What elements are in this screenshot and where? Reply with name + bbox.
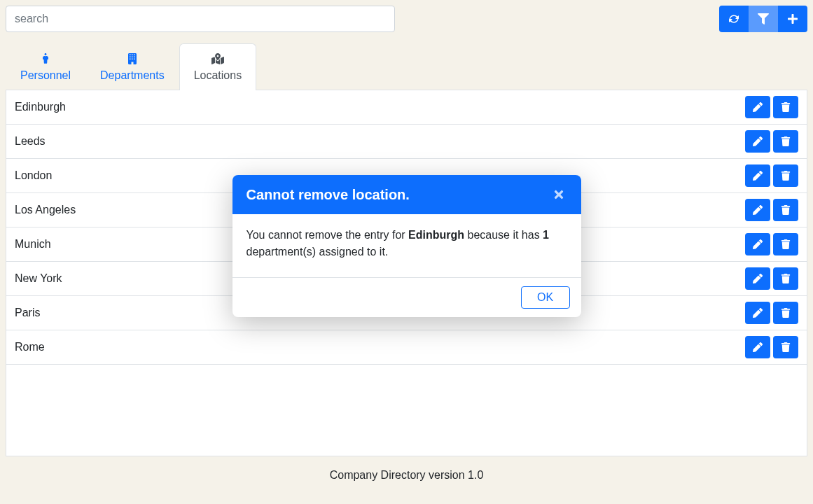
modal-body-text: You cannot remove the entry for (246, 229, 409, 241)
person-icon (41, 52, 50, 65)
edit-button[interactable] (745, 233, 770, 255)
pencil-icon (753, 342, 763, 352)
row-actions (745, 267, 798, 290)
trash-icon (781, 171, 791, 181)
location-name: London (15, 169, 52, 182)
delete-button[interactable] (773, 267, 798, 290)
footer-text: Company Directory version 1.0 (0, 456, 813, 489)
row-actions (745, 199, 798, 221)
modal-body: You cannot remove the entry for Edinburg… (232, 214, 581, 278)
pencil-icon (753, 274, 763, 284)
cannot-remove-modal: Cannot remove location. You cannot remov… (232, 175, 581, 317)
row-actions (745, 302, 798, 324)
building-icon (127, 52, 137, 65)
tab-personnel[interactable]: Personnel (6, 43, 85, 90)
delete-button[interactable] (773, 336, 798, 358)
map-icon (211, 52, 224, 65)
edit-button[interactable] (745, 302, 770, 324)
pencil-icon (753, 136, 763, 146)
filter-icon (758, 13, 769, 24)
location-name: New York (15, 272, 62, 285)
edit-button[interactable] (745, 336, 770, 358)
delete-button[interactable] (773, 96, 798, 118)
trash-icon (781, 239, 791, 249)
tab-label: Locations (194, 69, 242, 82)
plus-icon (787, 13, 798, 24)
edit-button[interactable] (745, 267, 770, 290)
modal-body-text: because it has (464, 229, 543, 241)
location-name: Paris (15, 307, 40, 319)
row-actions (745, 233, 798, 255)
delete-button[interactable] (773, 164, 798, 187)
location-row: Edinburgh (6, 90, 807, 125)
edit-button[interactable] (745, 164, 770, 187)
pencil-icon (753, 239, 763, 249)
location-name: Leeds (15, 135, 46, 148)
modal-body-count: 1 (543, 229, 549, 241)
pencil-icon (753, 171, 763, 181)
tabs: Personnel Departments Locations (0, 43, 813, 90)
modal-title: Cannot remove location. (246, 187, 410, 203)
location-name: Munich (15, 238, 51, 251)
modal-body-text: department(s) assigned to it. (246, 246, 389, 258)
delete-button[interactable] (773, 130, 798, 153)
modal-body-entity: Edinburgh (408, 229, 464, 241)
edit-button[interactable] (745, 130, 770, 153)
location-row: Rome (6, 330, 807, 365)
pencil-icon (753, 102, 763, 112)
row-actions (745, 336, 798, 358)
delete-button[interactable] (773, 233, 798, 255)
location-row: Leeds (6, 125, 807, 159)
tab-departments[interactable]: Departments (85, 43, 179, 90)
close-icon (553, 188, 565, 201)
refresh-icon (728, 13, 739, 24)
location-name: Edinburgh (15, 101, 66, 113)
modal-ok-button[interactable]: OK (521, 286, 570, 309)
edit-button[interactable] (745, 96, 770, 118)
tab-label: Departments (100, 69, 165, 82)
trash-icon (781, 308, 791, 318)
trash-icon (781, 205, 791, 215)
refresh-button[interactable] (719, 6, 749, 32)
add-button[interactable] (778, 6, 807, 32)
location-name: Rome (15, 341, 45, 354)
row-actions (745, 164, 798, 187)
trash-icon (781, 274, 791, 284)
location-name: Los Angeles (15, 204, 76, 216)
trash-icon (781, 342, 791, 352)
row-actions (745, 96, 798, 118)
search-input[interactable] (6, 6, 395, 32)
toolbar-button-group (719, 6, 807, 32)
delete-button[interactable] (773, 199, 798, 221)
row-actions (745, 130, 798, 153)
edit-button[interactable] (745, 199, 770, 221)
trash-icon (781, 136, 791, 146)
delete-button[interactable] (773, 302, 798, 324)
pencil-icon (753, 308, 763, 318)
filter-button[interactable] (749, 6, 778, 32)
trash-icon (781, 102, 791, 112)
modal-close-button[interactable] (550, 186, 567, 203)
tab-locations[interactable]: Locations (179, 43, 257, 90)
pencil-icon (753, 205, 763, 215)
tab-label: Personnel (20, 69, 71, 82)
